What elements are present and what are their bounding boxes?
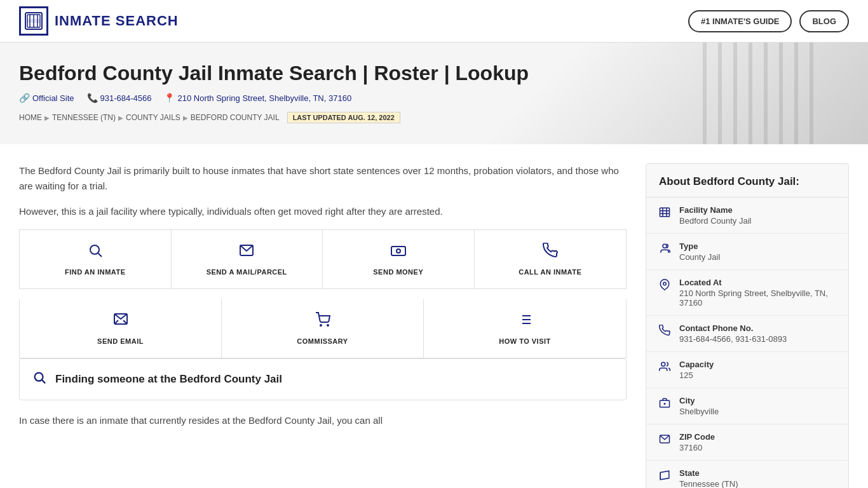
svg-point-10: [397, 249, 400, 253]
call-inmate-label: CALL AN INMATE: [519, 268, 581, 276]
call-inmate-icon: [543, 243, 558, 262]
svg-point-6: [90, 245, 99, 254]
send-mail-icon: [239, 243, 254, 262]
header-nav: #1 INMATE'S GUIDE BLOG: [688, 10, 849, 32]
phone-value: 931-684-4566, 931-631-0893: [679, 334, 787, 344]
hero-section: Bedford County Jail Inmate Search | Rost…: [0, 43, 868, 144]
action-send-money[interactable]: SEND MONEY: [323, 230, 475, 288]
breadcrumb-state[interactable]: TENNESSEE (TN): [52, 113, 116, 122]
search-box[interactable]: Finding someone at the Bedford County Ja…: [19, 358, 627, 400]
phone-icon: 📞: [87, 93, 98, 103]
zip-icon: [659, 433, 670, 448]
sidebar-item-city: City Shelbyville: [646, 388, 848, 424]
state-icon: [659, 470, 670, 484]
blog-button[interactable]: BLOG: [799, 10, 849, 32]
send-money-label: SEND MONEY: [373, 268, 423, 276]
action-grid-row2: SEND EMAIL COMMISSARY: [19, 299, 627, 358]
breadcrumb-county-jails[interactable]: COUNTY JAILS: [126, 113, 180, 122]
located-at-label: Located At: [679, 278, 836, 287]
action-send-mail[interactable]: SEND A MAIL/PARCEL: [172, 230, 323, 288]
sidebar-item-phone: Contact Phone No. 931-684-4566, 931-631-…: [646, 316, 848, 352]
how-to-visit-icon: [517, 312, 532, 331]
send-mail-label: SEND A MAIL/PARCEL: [207, 268, 287, 276]
action-commissary[interactable]: COMMISSARY: [222, 299, 424, 358]
city-icon: [659, 397, 670, 412]
phone-label: Contact Phone No.: [679, 323, 787, 333]
location-pin-icon: [659, 279, 670, 294]
svg-point-33: [661, 362, 665, 366]
city-value: Shelbyville: [679, 407, 719, 416]
link-icon: 🔗: [19, 93, 30, 103]
facility-name-value: Bedford County Jail: [679, 216, 751, 226]
find-inmate-icon: [88, 243, 103, 262]
commissary-label: COMMISSARY: [297, 337, 348, 345]
svg-line-7: [98, 254, 102, 257]
breadcrumb-sep2: ▶: [118, 114, 123, 121]
type-label: Type: [679, 241, 720, 251]
send-email-label: SEND EMAIL: [97, 337, 144, 345]
type-icon: [659, 243, 670, 257]
sidebar-item-type: Type County Jail: [646, 234, 848, 270]
send-money-icon: [391, 243, 406, 262]
logo-icon: [19, 6, 48, 36]
contact-phone-icon: [659, 325, 670, 339]
header: INMATE SEARCH #1 INMATE'S GUIDE BLOG: [0, 0, 868, 43]
type-value: County Jail: [679, 252, 720, 262]
find-inmate-label: FIND AN INMATE: [65, 268, 126, 276]
official-site-link[interactable]: 🔗 Official Site: [19, 93, 74, 103]
breadcrumb-sep1: ▶: [44, 114, 50, 121]
phone-info: 📞 931-684-4566: [87, 93, 152, 103]
state-label: State: [679, 468, 738, 478]
intro-para2: However, this is a jail facility where t…: [19, 204, 627, 219]
action-call-inmate[interactable]: CALL AN INMATE: [475, 230, 627, 288]
hero-background-decoration: [703, 43, 830, 144]
located-at-value: 210 North Spring Street, Shelbyville, TN…: [679, 288, 836, 308]
main-layout: The Bedford County Jail is primarily bui…: [0, 144, 868, 488]
commissary-icon: [315, 312, 330, 331]
breadcrumb-home[interactable]: HOME: [19, 113, 42, 122]
svg-point-31: [663, 244, 667, 248]
capacity-label: Capacity: [679, 360, 714, 369]
sidebar-item-zip: ZIP Code 37160: [646, 424, 848, 461]
sidebar-card: About Bedford County Jail: Facility Name…: [646, 163, 849, 488]
capacity-value: 125: [679, 370, 714, 380]
action-how-to-visit[interactable]: HOW TO VISIT: [424, 299, 626, 358]
search-box-text: Finding someone at the Bedford County Ja…: [55, 373, 282, 386]
svg-rect-9: [391, 247, 405, 255]
action-find-inmate[interactable]: FIND AN INMATE: [20, 230, 172, 288]
state-value: Tennessee (TN): [679, 479, 738, 488]
main-content: The Bedford County Jail is primarily bui…: [19, 163, 646, 488]
action-send-email[interactable]: SEND EMAIL: [20, 299, 222, 358]
facility-icon: [659, 207, 670, 221]
sidebar-item-state: State Tennessee (TN): [646, 461, 848, 488]
last-updated-badge: LAST UPDATED AUG. 12, 2022: [287, 112, 400, 123]
city-label: City: [679, 396, 719, 405]
capacity-icon: [659, 361, 670, 376]
address-info: 📍 210 North Spring Street, Shelbyville, …: [164, 93, 351, 103]
location-icon: 📍: [164, 93, 175, 103]
zip-value: 37160: [679, 443, 715, 452]
action-grid-row1: FIND AN INMATE SEND A MAIL/PARCEL: [19, 229, 627, 289]
sidebar: About Bedford County Jail: Facility Name…: [646, 163, 849, 488]
search-box-icon: [32, 370, 46, 388]
svg-marker-38: [660, 471, 669, 480]
sidebar-item-facility-name: Facility Name Bedford County Jail: [646, 198, 848, 234]
inmates-guide-button[interactable]: #1 INMATE'S GUIDE: [688, 10, 792, 32]
svg-rect-26: [660, 208, 670, 217]
intro-para1: The Bedford County Jail is primarily bui…: [19, 163, 627, 194]
send-email-icon: [113, 312, 128, 331]
content-text: In case there is an inmate that currentl…: [19, 413, 627, 428]
svg-point-17: [327, 325, 329, 326]
svg-point-24: [35, 373, 43, 381]
logo-link[interactable]: INMATE SEARCH: [19, 6, 179, 36]
sidebar-item-located-at: Located At 210 North Spring Street, Shel…: [646, 270, 848, 316]
svg-point-16: [320, 325, 322, 326]
breadcrumb-current: BEDFORD COUNTY JAIL: [191, 113, 280, 122]
zip-label: ZIP Code: [679, 432, 715, 442]
svg-point-32: [663, 282, 667, 285]
logo-text: INMATE SEARCH: [55, 13, 179, 29]
sidebar-title: About Bedford County Jail:: [646, 164, 848, 198]
svg-rect-5: [27, 19, 40, 23]
facility-name-label: Facility Name: [679, 205, 751, 215]
breadcrumb-sep3: ▶: [183, 114, 188, 121]
